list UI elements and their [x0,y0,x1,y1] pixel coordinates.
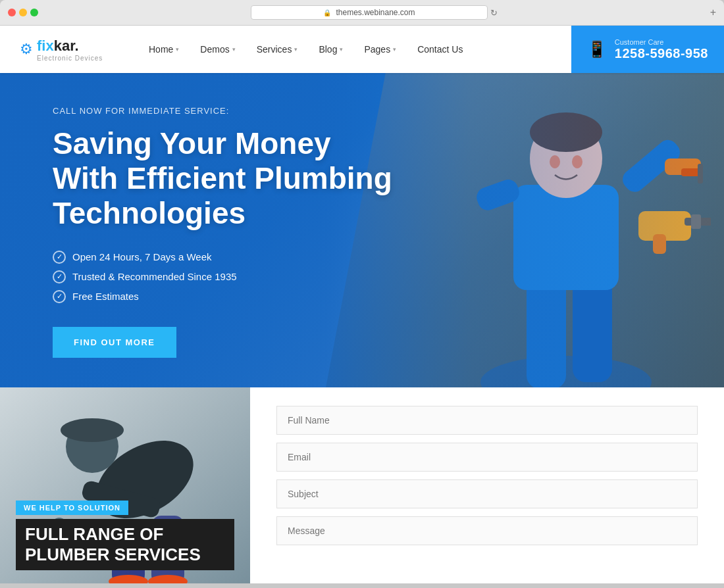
customer-care-box: 📱 Customer Care 1258-5968-958 [571,26,724,73]
nav-home-arrow: ▾ [176,46,179,53]
browser-chrome: themes.webinane.com ↻ + [0,0,724,26]
window-controls [8,9,38,16]
phone-icon: 📱 [587,40,607,59]
nav-demos-arrow: ▾ [232,46,236,53]
url-text: themes.webinane.com [336,8,415,17]
logo-text: fixkar. Electronic Devices [37,37,103,62]
close-button[interactable] [8,9,16,16]
subject-input[interactable] [276,479,698,508]
nav-links: Home ▾ Demos ▾ Services ▾ Blog ▾ Pages ▾… [132,26,571,73]
nav-contact-label: Contact Us [417,44,463,55]
nav-blog-label: Blog [319,44,337,55]
nav-services-label: Services [257,44,292,55]
plumber-tagline: WE HELP TO SOLUTION [16,501,128,515]
plumber-title: FULL RANGE OF PLUMBER SERVICES [16,519,234,570]
full-name-input[interactable] [276,406,698,435]
care-label: Customer Care [615,38,708,46]
nav-pages-arrow: ▾ [393,46,396,53]
website-content: ⚙ fixkar. Electronic Devices Home ▾ Demo… [0,26,724,583]
feature-text-3: Free Estimates [72,291,139,302]
feature-text-1: Open 24 Hours, 7 Days a Week [72,251,212,262]
contact-form-section [250,387,724,583]
hero-section: CALL NOW FOR IMMEDIATE SERVICE: Saving Y… [0,73,724,387]
check-icon-2: ✓ [53,270,66,283]
care-info: Customer Care 1258-5968-958 [615,38,708,61]
hero-title: Saving Your Money With Efficient Plumbin… [53,126,395,231]
check-icon-3: ✓ [53,290,66,303]
logo-icon: ⚙ [20,41,33,58]
nav-pages-label: Pages [364,44,390,55]
hero-features-list: ✓ Open 24 Hours, 7 Days a Week ✓ Trusted… [53,251,395,303]
nav-contact[interactable]: Contact Us [407,26,473,73]
nav-home-label: Home [149,44,173,55]
email-input[interactable] [276,443,698,472]
nav-pages[interactable]: Pages ▾ [353,26,407,73]
svg-point-20 [61,418,124,442]
check-icon-1: ✓ [53,251,66,264]
nav-blog[interactable]: Blog ▾ [308,26,353,73]
nav-services-arrow: ▾ [294,46,297,53]
care-phone: 1258-5968-958 [615,46,708,61]
nav-blog-arrow: ▾ [340,46,343,53]
nav-demos[interactable]: Demos ▾ [190,26,246,73]
new-tab-button[interactable]: + [710,7,716,18]
nav-demos-label: Demos [200,44,229,55]
lower-section: WE HELP TO SOLUTION FULL RANGE OF PLUMBE… [0,387,724,583]
logo-name: fixkar. [37,37,103,55]
nav-home[interactable]: Home ▾ [138,26,190,73]
plumber-image: WE HELP TO SOLUTION FULL RANGE OF PLUMBE… [0,387,250,583]
plumber-image-overlay: WE HELP TO SOLUTION FULL RANGE OF PLUMBE… [0,487,250,583]
find-out-more-button[interactable]: FIND OUT MORE [53,327,176,358]
hero-content: CALL NOW FOR IMMEDIATE SERVICE: Saving Y… [0,73,395,358]
plumber-title-line1: FULL RANGE OF [25,524,225,545]
logo-area: ⚙ fixkar. Electronic Devices [0,37,132,62]
address-bar-container: themes.webinane.com ↻ [43,5,705,20]
logo-tagline: Electronic Devices [37,55,103,62]
minimize-button[interactable] [19,9,27,16]
address-bar[interactable]: themes.webinane.com [251,5,488,20]
plumber-title-line2: PLUMBER SERVICES [25,545,225,565]
feature-item-2: ✓ Trusted & Recommended Since 1935 [53,270,395,283]
message-input[interactable] [276,516,698,545]
feature-item-1: ✓ Open 24 Hours, 7 Days a Week [53,251,395,264]
feature-text-2: Trusted & Recommended Since 1935 [72,271,237,282]
feature-item-3: ✓ Free Estimates [53,290,395,303]
hero-tagline: CALL NOW FOR IMMEDIATE SERVICE: [53,106,395,116]
maximize-button[interactable] [30,9,38,16]
refresh-button[interactable]: ↻ [490,8,498,18]
navbar: ⚙ fixkar. Electronic Devices Home ▾ Demo… [0,26,724,73]
nav-services[interactable]: Services ▾ [246,26,309,73]
